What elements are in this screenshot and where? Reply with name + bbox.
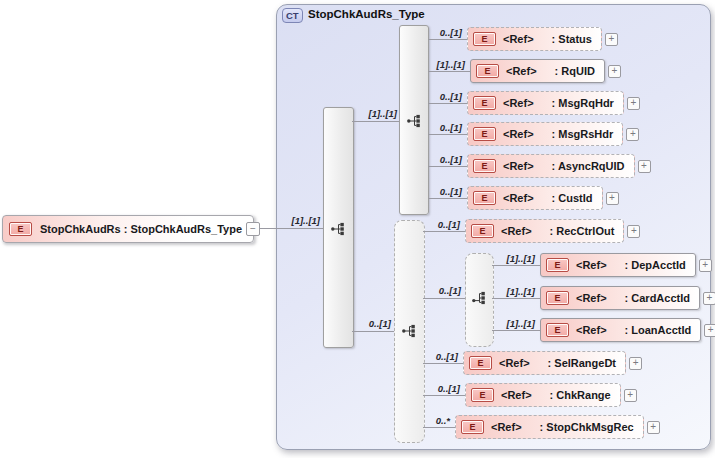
expand-button[interactable]: + xyxy=(629,357,642,370)
element-ref: <Ref> xyxy=(503,192,534,204)
element-name: : StopChkMsgRec xyxy=(540,421,634,433)
connector-line xyxy=(256,228,323,229)
element-icon: E xyxy=(9,222,32,236)
complex-type-title: StopChkAudRs_Type xyxy=(308,8,425,20)
root-element-label: StopChkAudRs : StopChkAudRs_Type xyxy=(40,223,242,235)
element-box-chkrange[interactable]: E <Ref> : ChkRange xyxy=(465,383,621,407)
element-box-custid[interactable]: E <Ref> : CustId xyxy=(467,186,603,210)
connector-line xyxy=(428,39,467,40)
element-box-rquid[interactable]: E <Ref> : RqUID xyxy=(470,59,605,83)
element-name: : RqUID xyxy=(555,65,595,77)
expand-button[interactable]: + xyxy=(647,421,660,434)
cardinality-label: 0..[1] xyxy=(407,154,462,165)
element-name: : RecCtrlOut xyxy=(550,225,615,237)
cardinality-label: 0..[1] xyxy=(405,219,460,230)
sequence-icon xyxy=(401,324,417,338)
connector-line xyxy=(423,298,465,299)
element-ref: <Ref> xyxy=(576,292,607,304)
element-box-loanacctid[interactable]: E <Ref> : LoanAcctId xyxy=(540,318,701,342)
element-icon: E xyxy=(473,127,496,141)
element-name: : CustId xyxy=(552,192,593,204)
element-ref: <Ref> xyxy=(499,357,530,369)
element-box-asyncrquid[interactable]: E <Ref> : AsyncRqUID xyxy=(467,154,635,178)
element-row-msgrshdr: E <Ref> : MsgRsHdr + xyxy=(467,122,639,146)
connector-line xyxy=(492,330,540,331)
root-element-box[interactable]: E StopChkAudRs : StopChkAudRs_Type xyxy=(2,215,254,243)
element-name: : MsgRqHdr xyxy=(552,97,614,109)
element-row-asyncrquid: E <Ref> : AsyncRqUID + xyxy=(467,154,651,178)
element-row-depacctid: E <Ref> : DepAcctId + xyxy=(540,253,712,277)
element-name: : ChkRange xyxy=(550,389,611,401)
element-icon: E xyxy=(469,356,492,370)
expand-button[interactable]: + xyxy=(605,33,618,46)
element-row-msgrqhdr: E <Ref> : MsgRqHdr + xyxy=(467,91,640,115)
element-ref: <Ref> xyxy=(503,160,534,172)
element-box-depacctid[interactable]: E <Ref> : DepAcctId xyxy=(540,253,696,277)
element-row-loanacctid: E <Ref> : LoanAcctId + xyxy=(540,318,715,342)
cardinality-label: 0..[1] xyxy=(336,318,391,329)
element-icon: E xyxy=(473,159,496,173)
element-name: : MsgRsHdr xyxy=(552,128,614,140)
cardinality-label: [1]..[1] xyxy=(410,59,465,70)
complex-type-icon: CT xyxy=(282,8,303,23)
element-icon: E xyxy=(546,291,569,305)
expand-button[interactable]: + xyxy=(627,225,640,238)
cardinality-label: 0..[1] xyxy=(407,91,462,102)
element-box-msgrqhdr[interactable]: E <Ref> : MsgRqHdr xyxy=(467,91,624,115)
element-name: : CardAcctId xyxy=(625,292,690,304)
connector-line xyxy=(428,103,467,104)
element-box-stopchkmsgrec[interactable]: E <Ref> : StopChkMsgRec xyxy=(455,415,644,439)
connector-line xyxy=(428,198,467,199)
cardinality-label: 0..[1] xyxy=(406,285,461,296)
connector-line xyxy=(423,231,465,232)
cardinality-label: [1]..[1] xyxy=(342,108,397,119)
expand-button[interactable]: + xyxy=(608,65,621,78)
connector-line xyxy=(492,265,540,266)
connector-line xyxy=(428,71,470,72)
connector-line xyxy=(428,166,467,167)
expand-button[interactable]: + xyxy=(627,97,640,110)
element-name: : LoanAcctId xyxy=(625,324,692,336)
expand-button[interactable]: + xyxy=(638,160,651,173)
element-ref: <Ref> xyxy=(503,128,534,140)
xsd-diagram: CT StopChkAudRs_Type E StopChkAudRs : St… xyxy=(0,0,715,458)
element-icon: E xyxy=(473,96,496,110)
cardinality-label: [1]..[1] xyxy=(480,286,535,297)
cardinality-label: 0..* xyxy=(395,415,450,426)
element-box-recctrlout[interactable]: E <Ref> : RecCtrlOut xyxy=(465,219,624,243)
expand-button[interactable]: + xyxy=(624,389,637,402)
sequence-icon xyxy=(330,222,346,236)
expand-button[interactable]: + xyxy=(703,292,715,305)
cardinality-label: 0..[1] xyxy=(407,122,462,133)
element-ref: <Ref> xyxy=(576,259,607,271)
element-box-msgrshdr[interactable]: E <Ref> : MsgRsHdr xyxy=(467,122,623,146)
connector-line xyxy=(423,395,465,396)
expand-button[interactable]: + xyxy=(704,324,715,337)
element-row-chkrange: E <Ref> : ChkRange + xyxy=(465,383,637,407)
element-box-selrangedt[interactable]: E <Ref> : SelRangeDt xyxy=(463,351,626,375)
element-icon: E xyxy=(473,32,496,46)
element-box-status[interactable]: E <Ref> : Status xyxy=(467,27,602,51)
cardinality-label: 0..[1] xyxy=(405,383,460,394)
connector-line xyxy=(423,363,463,364)
element-ref: <Ref> xyxy=(503,97,534,109)
connector-line xyxy=(352,331,394,332)
element-box-cardacctid[interactable]: E <Ref> : CardAcctId xyxy=(540,286,700,310)
element-name: : SelRangeDt xyxy=(548,357,616,369)
expand-button[interactable]: + xyxy=(626,128,639,141)
expand-button[interactable]: + xyxy=(606,192,619,205)
cardinality-label: 0..[1] xyxy=(407,27,462,38)
collapse-button[interactable]: − xyxy=(246,222,260,236)
element-row-cardacctid: E <Ref> : CardAcctId + xyxy=(540,286,715,310)
element-row-recctrlout: E <Ref> : RecCtrlOut + xyxy=(465,219,640,243)
cardinality-label: [1]..[1] xyxy=(480,318,535,329)
element-icon: E xyxy=(546,323,569,337)
cardinality-label: [1]..[1] xyxy=(265,215,320,226)
element-ref: <Ref> xyxy=(503,33,534,45)
cardinality-label: [1]..[1] xyxy=(480,253,535,264)
expand-button[interactable]: + xyxy=(699,259,712,272)
element-row-custid: E <Ref> : CustId + xyxy=(467,186,619,210)
connector-line xyxy=(428,134,467,135)
element-icon: E xyxy=(471,388,494,402)
element-ref: <Ref> xyxy=(501,389,532,401)
